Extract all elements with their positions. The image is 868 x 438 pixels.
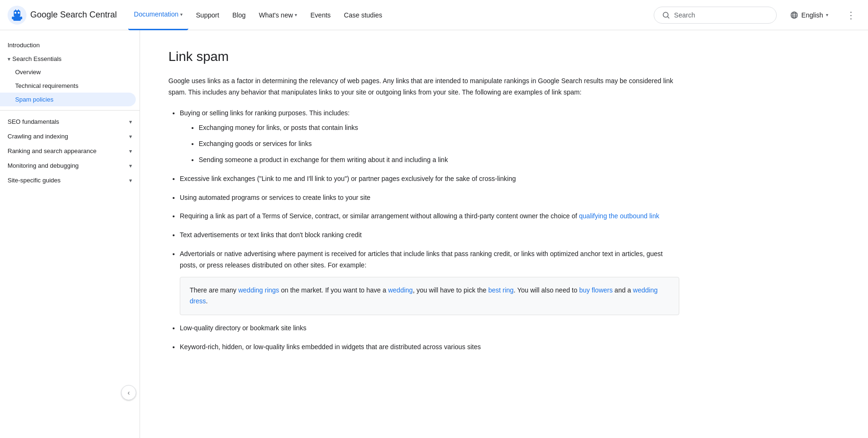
search-essentials-arrow-icon: ▾ xyxy=(8,56,10,62)
link-spam-list: • Buying or selling links for ranking pu… xyxy=(168,108,679,353)
main-content: Link spam Google uses links as a factor … xyxy=(140,30,708,379)
list-item-buying-selling: • Buying or selling links for ranking pu… xyxy=(180,108,679,166)
language-chevron-icon: ▾ xyxy=(826,12,828,17)
svg-point-3 xyxy=(18,12,20,14)
main-nav: Documentation ▾ Support Blog What's new … xyxy=(128,0,654,30)
page-title: Link spam xyxy=(168,49,679,64)
documentation-chevron-icon: ▾ xyxy=(180,12,183,17)
sidebar-item-ranking-search-appearance[interactable]: Ranking and search appearance ▾ xyxy=(0,144,140,158)
nav-whats-new[interactable]: What's new ▾ xyxy=(253,0,303,30)
example-box: There are many wedding rings on the mark… xyxy=(180,277,679,316)
list-item-automated-programs: • Using automated programs or services t… xyxy=(180,192,679,204)
crawling-indexing-chevron-icon: ▾ xyxy=(129,133,132,140)
list-item-low-quality-directory: • Low-quality directory or bookmark site… xyxy=(180,323,679,334)
sidebar-item-spam-policies[interactable]: Spam policies xyxy=(0,93,136,106)
wedding-link[interactable]: wedding xyxy=(388,286,412,294)
svg-rect-4 xyxy=(15,9,16,11)
sidebar-item-crawling-indexing[interactable]: Crawling and indexing ▾ xyxy=(0,129,140,144)
svg-point-2 xyxy=(15,12,17,14)
logo-link[interactable]: Google Search Central xyxy=(8,6,117,25)
sidebar-divider-1 xyxy=(0,110,140,111)
whats-new-chevron-icon: ▾ xyxy=(295,12,297,17)
sidebar-item-search-essentials[interactable]: ▾ Search Essentials xyxy=(0,52,140,65)
intro-paragraph: Google uses links as a factor in determi… xyxy=(168,76,679,98)
nav-case-studies[interactable]: Case studies xyxy=(338,0,388,30)
search-bar[interactable]: Search xyxy=(654,7,777,24)
list-item-tos: • Requiring a link as part of a Terms of… xyxy=(180,211,679,222)
svg-rect-7 xyxy=(12,17,14,19)
logo-icon xyxy=(8,6,26,25)
best-ring-link[interactable]: best ring xyxy=(488,286,514,294)
language-button[interactable]: English ▾ xyxy=(784,7,834,23)
sidebar-item-introduction[interactable]: Introduction xyxy=(0,38,140,52)
sub-item-goods: • Exchanging goods or services for links xyxy=(199,138,679,150)
nav-events[interactable]: Events xyxy=(305,0,336,30)
sub-item-product: • Sending someone a product in exchange … xyxy=(199,155,679,166)
svg-line-10 xyxy=(668,17,669,18)
qualifying-outbound-link[interactable]: qualifying the outbound link xyxy=(579,212,659,220)
svg-rect-1 xyxy=(14,10,20,17)
monitoring-debugging-chevron-icon: ▾ xyxy=(129,163,132,169)
site-specific-guides-chevron-icon: ▾ xyxy=(129,177,132,184)
language-label: English xyxy=(801,11,823,19)
sub-item-money: • Exchanging money for links, or posts t… xyxy=(199,122,679,134)
nav-documentation[interactable]: Documentation ▾ xyxy=(128,0,188,30)
search-label: Search xyxy=(674,11,695,19)
svg-point-9 xyxy=(663,12,668,17)
list-item-advertorials: • Advertorials or native advertising whe… xyxy=(180,249,679,315)
ranking-appearance-chevron-icon: ▾ xyxy=(129,148,132,155)
globe-icon xyxy=(790,11,798,19)
sidebar: Introduction ▾ Search Essentials Overvie… xyxy=(0,30,140,379)
buy-flowers-link[interactable]: buy flowers xyxy=(579,286,613,294)
svg-rect-6 xyxy=(13,17,21,21)
list-item-keyword-rich: • Keyword-rich, hidden, or low-quality l… xyxy=(180,342,679,353)
svg-rect-8 xyxy=(20,17,22,19)
seo-fundamentals-chevron-icon: ▾ xyxy=(129,119,132,125)
search-icon xyxy=(662,11,670,19)
list-item-excessive-exchanges: • Excessive link exchanges ("Link to me … xyxy=(180,173,679,185)
sidebar-item-seo-fundamentals[interactable]: SEO fundamentals ▾ xyxy=(0,114,140,129)
logo-text: Google Search Central xyxy=(30,10,117,20)
wedding-rings-link[interactable]: wedding rings xyxy=(238,286,279,294)
nav-support[interactable]: Support xyxy=(190,0,225,30)
sub-list-buying: • Exchanging money for links, or posts t… xyxy=(191,122,679,165)
sidebar-item-monitoring-debugging[interactable]: Monitoring and debugging ▾ xyxy=(0,158,140,173)
page-container: Introduction ▾ Search Essentials Overvie… xyxy=(0,30,868,379)
svg-rect-5 xyxy=(18,9,19,11)
list-item-text-ads: • Text advertisements or text links that… xyxy=(180,230,679,241)
sidebar-item-site-specific-guides[interactable]: Site-specific guides ▾ xyxy=(0,173,140,188)
sidebar-item-technical-requirements[interactable]: Technical requirements xyxy=(0,79,140,93)
header-right: Search English ▾ ⋮ xyxy=(654,6,860,25)
header: Google Search Central Documentation ▾ Su… xyxy=(0,0,868,30)
more-button[interactable]: ⋮ xyxy=(842,6,860,25)
sidebar-item-overview[interactable]: Overview xyxy=(0,65,140,79)
nav-blog[interactable]: Blog xyxy=(227,0,251,30)
